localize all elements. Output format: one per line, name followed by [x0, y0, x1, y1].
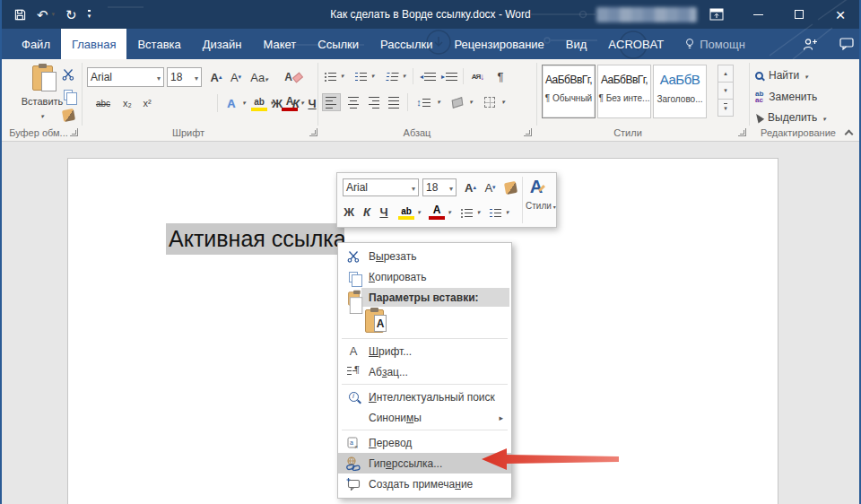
mini-highlight-button[interactable]: ab — [398, 205, 414, 220]
collapse-ribbon-button[interactable] — [845, 128, 852, 135]
menu-item-cut[interactable]: Вырезать — [338, 246, 511, 266]
format-painter-button[interactable] — [59, 107, 77, 123]
borders-button[interactable] — [480, 93, 500, 111]
menu-item-synonyms[interactable]: Синонимы — [338, 407, 511, 428]
clipboard-dialog-launcher[interactable] — [70, 128, 78, 136]
highlight-dropdown-arrow[interactable] — [268, 94, 275, 112]
tell-me-box[interactable]: Помощн — [674, 29, 756, 59]
find-dropdown-arrow[interactable] — [804, 69, 808, 82]
subscript-button[interactable]: x₂ — [118, 94, 136, 112]
multilevel-list-button[interactable] — [385, 68, 400, 84]
shrink-font-button[interactable]: A — [226, 67, 246, 87]
justify-button[interactable] — [385, 93, 404, 111]
text-effects-dropdown-arrow[interactable] — [240, 94, 248, 112]
mini-font-color-arrow[interactable] — [446, 203, 453, 222]
undo-dropdown-arrow[interactable] — [52, 11, 56, 18]
clear-formatting-button[interactable]: A — [282, 67, 305, 87]
align-right-button[interactable] — [364, 93, 383, 111]
share-icon[interactable] — [803, 38, 818, 51]
mini-font-name-arrow[interactable] — [412, 181, 415, 194]
tab-file[interactable]: Файл — [11, 29, 61, 59]
mini-font-color-button[interactable]: А — [429, 205, 445, 220]
style-heading[interactable]: АаБбВ Заголово... — [653, 65, 707, 118]
tab-references[interactable]: Ссылки — [307, 29, 370, 59]
highlight-color-button[interactable]: ab — [251, 96, 267, 111]
text-effects-button[interactable]: А — [222, 94, 240, 112]
font-size-combo[interactable]: 18 — [167, 67, 202, 87]
tab-insert[interactable]: Вставка — [126, 29, 191, 59]
bullets-button[interactable] — [323, 68, 338, 84]
copy-button[interactable] — [59, 87, 77, 103]
cut-button[interactable] — [59, 66, 77, 83]
tab-design[interactable]: Дизайн — [192, 29, 253, 59]
mini-bullets-arrow[interactable] — [474, 203, 483, 222]
close-button[interactable] — [820, 0, 861, 29]
menu-item-smart-lookup[interactable]: i Интеллектуальный поиск — [338, 387, 511, 407]
customize-qat-icon[interactable]: ▾ — [88, 10, 91, 20]
menu-item-copy[interactable]: Копировать — [338, 266, 511, 287]
bullets-dropdown-arrow[interactable] — [338, 68, 346, 84]
document-area[interactable]: Активная ссылка Arial 18 A A A Стили Ж К — [2, 143, 859, 504]
change-case-button[interactable]: Aa — [248, 67, 270, 87]
line-spacing-button[interactable] — [412, 93, 435, 111]
mini-underline-button[interactable]: Ч — [377, 203, 391, 222]
tab-review[interactable]: Рецензирование — [443, 29, 554, 59]
decrease-indent-button[interactable] — [418, 68, 438, 84]
replace-button[interactable]: abac Заменить — [755, 91, 817, 103]
align-left-button[interactable] — [322, 93, 341, 111]
tab-view[interactable]: Вид — [555, 29, 598, 59]
strikethrough-button[interactable]: abc — [91, 94, 115, 112]
minimize-button[interactable] — [737, 0, 778, 29]
mini-grow-font-button[interactable]: A — [461, 178, 480, 196]
mini-bold-button[interactable]: Ж — [341, 203, 357, 222]
font-name-dropdown-arrow[interactable] — [157, 71, 161, 83]
numbering-button[interactable] — [353, 68, 369, 84]
mini-font-size-combo[interactable]: 18 — [422, 178, 457, 196]
font-color-dropdown-arrow[interactable] — [299, 94, 306, 112]
tab-layout[interactable]: Макет — [252, 29, 307, 59]
maximize-button[interactable] — [778, 0, 820, 29]
line-spacing-dropdown-arrow[interactable] — [435, 93, 442, 111]
increase-indent-button[interactable] — [439, 68, 459, 84]
redo-icon[interactable]: ↻ — [65, 8, 77, 22]
superscript-button[interactable]: x² — [138, 94, 156, 112]
multilevel-dropdown-arrow[interactable] — [400, 68, 408, 84]
paste-dropdown-arrow[interactable] — [40, 109, 44, 121]
styles-scroll-down[interactable]: ▾ — [718, 82, 734, 100]
style-normal[interactable]: АаБбВвГг, ¶ Обычный — [542, 65, 596, 118]
mini-font-size-arrow[interactable] — [449, 181, 453, 194]
font-name-combo[interactable]: Arial — [87, 67, 164, 87]
paste-button[interactable]: Вставить — [23, 64, 61, 130]
styles-scroll-up[interactable]: ▴ — [718, 65, 734, 83]
style-no-spacing[interactable]: АаБбВвГг, ¶ Без инте... — [597, 65, 651, 118]
menu-item-paragraph[interactable]: Абзац... — [338, 361, 511, 382]
menu-item-new-comment[interactable]: Создать примечание — [338, 474, 511, 494]
comments-icon[interactable] — [839, 38, 854, 50]
shading-button[interactable] — [448, 93, 467, 111]
keep-text-only-button[interactable]: A — [365, 309, 384, 333]
mini-format-painter-button[interactable] — [501, 179, 519, 196]
find-button[interactable]: Найти — [755, 69, 808, 82]
font-size-dropdown-arrow[interactable] — [195, 71, 198, 83]
mini-italic-button[interactable]: К — [360, 203, 374, 222]
select-button[interactable]: Выделить — [755, 111, 826, 124]
tab-home[interactable]: Главная — [61, 29, 126, 59]
mini-numbering-arrow[interactable] — [503, 203, 511, 222]
font-dialog-launcher[interactable] — [309, 128, 317, 136]
align-center-button[interactable] — [344, 93, 362, 111]
mini-styles-button[interactable]: A Стили — [526, 177, 554, 211]
styles-dialog-launcher[interactable] — [738, 128, 746, 136]
paragraph-dialog-launcher[interactable] — [524, 128, 532, 136]
ribbon-display-options-button[interactable] — [696, 0, 737, 29]
menu-item-font[interactable]: А Шрифт... — [338, 341, 511, 361]
grow-font-button[interactable]: A — [206, 67, 226, 87]
mini-font-name-combo[interactable]: Arial — [343, 178, 419, 196]
borders-dropdown-arrow[interactable] — [500, 93, 507, 111]
mini-highlight-arrow[interactable] — [415, 203, 422, 222]
show-formatting-marks-button[interactable] — [492, 68, 509, 84]
numbering-dropdown-arrow[interactable] — [369, 68, 377, 84]
save-icon[interactable] — [14, 9, 26, 21]
tab-acrobat[interactable]: ACROBAT — [597, 29, 674, 59]
mini-bullets-button[interactable] — [459, 204, 474, 221]
undo-icon[interactable]: ↶ — [37, 8, 48, 22]
